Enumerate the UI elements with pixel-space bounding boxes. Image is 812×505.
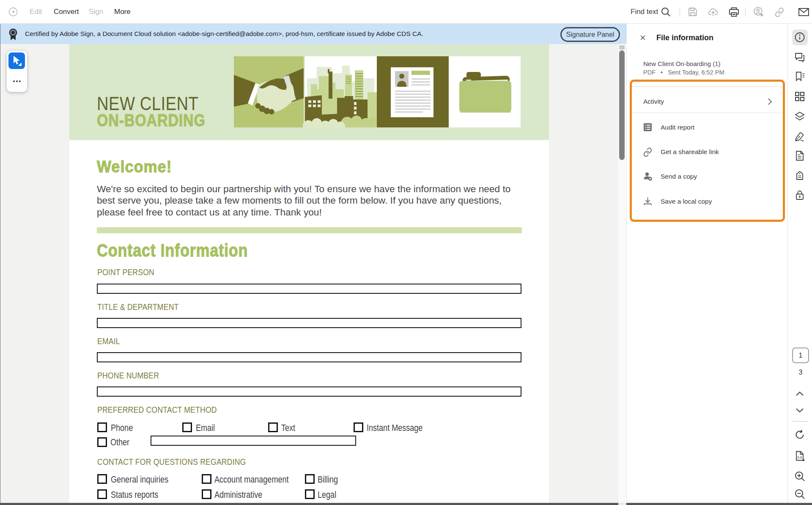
svg-text:1:1: 1:1 [797, 455, 802, 459]
